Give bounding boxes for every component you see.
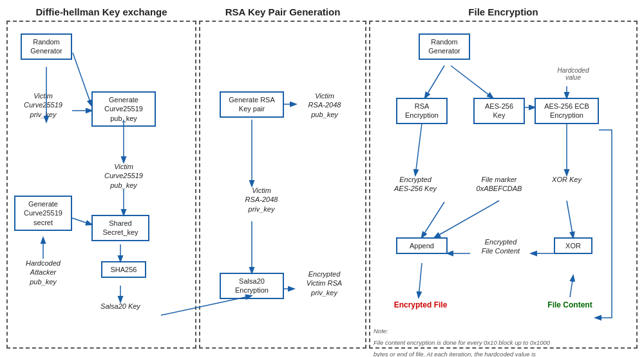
svg-line-23 [435, 201, 499, 237]
svg-line-24 [419, 263, 422, 297]
rsa-encrypted-victim: EncryptedVictim RSApriv_key [294, 270, 355, 297]
svg-line-4 [72, 218, 91, 224]
file-marker: File marker0xABEFCDAB [467, 175, 531, 194]
file-file-content: File Content [547, 300, 592, 309]
file-title: File Encryption [468, 6, 538, 17]
rsa-victim-pub: VictimRSA-2048pub_key [296, 91, 354, 119]
file-aes-key: AES-256 Key [473, 98, 525, 124]
dh-hardcoded-attacker: HardcodedAttackerpub_key [14, 259, 72, 286]
svg-line-1 [73, 53, 91, 105]
rsa-section: Generate RSAKey pair VictimRSA-2048pub_k… [199, 21, 366, 349]
dh-victim-pub: VictimCurve25519pub_key [95, 162, 153, 190]
main-container: Diffie-hellman Key exchange RSA Key Pair… [0, 0, 644, 357]
file-append: Append [396, 237, 448, 254]
dh-section: RandomGenerator VictimCurve25519priv_key… [6, 21, 196, 349]
file-section: RandomGenerator RSAEncryption AES-256 Ke… [369, 21, 638, 349]
file-random-gen: RandomGenerator [419, 33, 470, 60]
svg-line-13 [425, 66, 444, 98]
diagram-area: RandomGenerator VictimCurve25519priv_key… [6, 21, 638, 349]
rsa-generate: Generate RSAKey pair [220, 91, 284, 118]
svg-line-22 [422, 202, 444, 237]
dh-shared-secret: SharedSecret_key [91, 215, 149, 241]
dh-generate-pub: GenerateCurve25519pub_key [91, 91, 156, 127]
dh-sha256: SHA256 [101, 261, 146, 278]
file-enc-aes-key: EncryptedAES-256 Key [386, 175, 444, 194]
rsa-victim-priv: VictimRSA-2048priv_key [232, 186, 290, 214]
file-note: Note:File content encryption is done for… [374, 327, 550, 357]
svg-line-14 [451, 66, 493, 98]
file-xor-key: XOR Key [544, 175, 589, 184]
file-rsa-enc: RSAEncryption [396, 98, 448, 124]
file-xor: XOR [554, 237, 592, 254]
dh-victim-priv: VictimCurve25519priv_key [14, 91, 72, 119]
file-aes-ecb: AES-256 ECBEncryption [535, 98, 599, 124]
rsa-salsa20-enc: Salsa20Encryption [220, 273, 284, 299]
dh-random-gen: RandomGenerator [21, 33, 72, 60]
file-encrypted-file: Encrypted File [394, 300, 448, 309]
dh-generate-secret: GenerateCurve25519secret [14, 196, 72, 231]
dh-title: Diffie-hellman Key exchange [35, 6, 167, 17]
svg-line-18 [415, 124, 422, 175]
svg-line-25 [570, 276, 573, 297]
file-enc-file-content: EncryptedFile Content [470, 237, 531, 256]
file-hardcoded-val: Hardcodedvalue [547, 67, 599, 81]
svg-line-19 [567, 201, 573, 237]
dh-salsa20-key: Salsa20 Key [91, 302, 149, 311]
rsa-title: RSA Key Pair Generation [225, 6, 341, 17]
